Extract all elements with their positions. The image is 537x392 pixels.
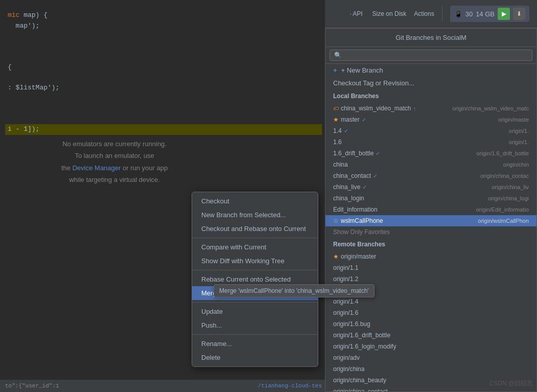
- new-branch-label: + New Branch: [341, 66, 383, 74]
- check-icon-contact: ✓: [373, 173, 378, 179]
- branch-1-4[interactable]: 1.4 ✓ origin/1.: [325, 125, 536, 136]
- emulator-line5: while targeting a virtual device.: [61, 174, 168, 186]
- menu-checkout-rebase[interactable]: Checkout and Rebase onto Current: [192, 222, 318, 236]
- menu-new-branch-selected[interactable]: New Branch from Selected...: [192, 208, 318, 222]
- menu-compare-current[interactable]: Compare with Current: [192, 240, 318, 254]
- device-manager-link[interactable]: Device Manager: [73, 164, 121, 172]
- git-branch-list: + + New Branch Checkout Tag or Revision.…: [325, 64, 536, 391]
- branch-1-6-drift[interactable]: 1.6_drift_bottle ✓ origin/1.6_drift_bott…: [325, 148, 536, 159]
- remote-origin-1-1[interactable]: origin/1.1: [325, 262, 536, 273]
- device-number: 30: [465, 10, 473, 18]
- emulator-line1: No emulators are currently running.: [61, 138, 168, 150]
- branch-wslm-call[interactable]: ☆ wslmCallPhone origin/wslmCallPhon: [325, 215, 536, 226]
- remote-origin-china[interactable]: origin/china: [325, 363, 536, 375]
- code-line-3: {: [5, 62, 322, 73]
- watermark: CSDN @囧囧思: [489, 379, 533, 388]
- remote-origin-1-6-bug[interactable]: origin/1.6.bug: [325, 318, 536, 330]
- branch-master[interactable]: ★ master ✓ origin/maste: [325, 114, 536, 125]
- menu-rename[interactable]: Rename...: [192, 337, 318, 351]
- device-bar: · API Size on Disk Actions 📱 30 14 GB ▶ …: [325, 0, 537, 28]
- bottom-bar-left: to":{"user_id":1: [5, 383, 59, 389]
- remote-origin-1-2[interactable]: origin/1.2: [325, 273, 536, 285]
- git-panel-header: Git Branches in SocialM: [325, 29, 536, 47]
- check-icon: ✓: [362, 117, 366, 123]
- remote-origin-login-modify[interactable]: origin/1.6_login_modify: [325, 341, 536, 352]
- code-line-4: : $listMap');: [5, 83, 322, 94]
- api-label: · API: [349, 10, 362, 17]
- new-branch-item[interactable]: + + New Branch: [325, 64, 536, 77]
- checkout-tag-label: Checkout Tag or Revision...: [333, 79, 414, 87]
- emulator-message: No emulators are currently running. To l…: [61, 138, 168, 186]
- branch-china-live[interactable]: china_live ✓ origin/china_liv: [325, 181, 536, 193]
- branch-edit-info[interactable]: Edit_information origin/Edit_informatio: [325, 204, 536, 215]
- actions-label: Actions: [414, 10, 434, 17]
- remote-origin-1-4[interactable]: origin/1.4: [325, 296, 536, 307]
- check-icon-drift: ✓: [376, 150, 380, 157]
- check-icon-live: ✓: [362, 184, 367, 191]
- context-menu: Checkout New Branch from Selected... Che…: [192, 192, 318, 367]
- separator-3: [192, 302, 318, 303]
- star-origin-master: ★: [333, 253, 339, 260]
- local-branches-header: Local Branches: [325, 89, 536, 103]
- code-line-5: i - 1]);: [5, 124, 322, 135]
- branch-china[interactable]: china origin/chin: [325, 159, 536, 170]
- separator-4: [192, 334, 318, 335]
- remote-origin-adv[interactable]: origin/adv: [325, 352, 536, 363]
- plus-icon: +: [333, 66, 337, 74]
- code-line-1: mic map) {: [5, 10, 322, 21]
- folder-button[interactable]: ⬇: [513, 8, 525, 20]
- emulator-line2: To launch an emulator, use: [61, 150, 168, 162]
- remote-origin-master[interactable]: ★ origin/master: [325, 251, 536, 262]
- separator-1: [192, 238, 318, 238]
- emulator-line3: the Device Manager or run your app: [61, 162, 168, 174]
- device-storage: 14 GB: [476, 10, 495, 18]
- git-search-container: [325, 47, 536, 64]
- star-icon: ★: [333, 116, 339, 123]
- git-search-input[interactable]: [330, 50, 532, 61]
- separator-2: [192, 270, 318, 270]
- size-label: Size on Disk: [372, 10, 407, 17]
- device-icon: 📱: [454, 10, 462, 18]
- remote-origin-drift[interactable]: origin/1.6_drift_bottle: [325, 330, 536, 341]
- star-empty-icon: ☆: [333, 217, 339, 224]
- branch-china-wslm[interactable]: 🏷 china_wslm_video_match ↑ origin/china_…: [325, 103, 536, 114]
- menu-checkout[interactable]: Checkout: [192, 194, 318, 208]
- branch-1-6[interactable]: 1.6 origin/1.: [325, 136, 536, 148]
- bottom-bar: to":{"user_id":1 /tianhang-cloud-tes: [0, 380, 327, 392]
- code-line-2: map');: [5, 21, 322, 32]
- branch-china-login[interactable]: china_login origin/china_logi: [325, 193, 536, 204]
- git-panel: Git Branches in SocialM + + New Branch C…: [325, 28, 537, 392]
- menu-delete[interactable]: Delete: [192, 351, 318, 364]
- merge-tooltip: Merge 'wslmCallPhone' into 'china_wslm_v…: [214, 284, 375, 297]
- menu-show-diff[interactable]: Show Diff with Working Tree: [192, 254, 318, 268]
- check-icon-1-4: ✓: [344, 128, 348, 134]
- menu-update[interactable]: Update: [192, 305, 318, 318]
- remote-branches-header: Remote Branches: [325, 238, 536, 251]
- play-button[interactable]: ▶: [498, 8, 510, 20]
- arrow-icon: ↑: [413, 105, 416, 111]
- branch-china-contact[interactable]: china_contact ✓ origin/china_contac: [325, 170, 536, 181]
- tag-icon: 🏷: [333, 105, 339, 111]
- bottom-bar-right[interactable]: /tianhang-cloud-tes: [258, 383, 322, 389]
- show-favorites[interactable]: Show Only Favorites: [325, 226, 536, 238]
- remote-origin-1-6[interactable]: origin/1.6: [325, 307, 536, 318]
- checkout-tag-item[interactable]: Checkout Tag or Revision...: [325, 77, 536, 89]
- menu-push[interactable]: Push...: [192, 318, 318, 332]
